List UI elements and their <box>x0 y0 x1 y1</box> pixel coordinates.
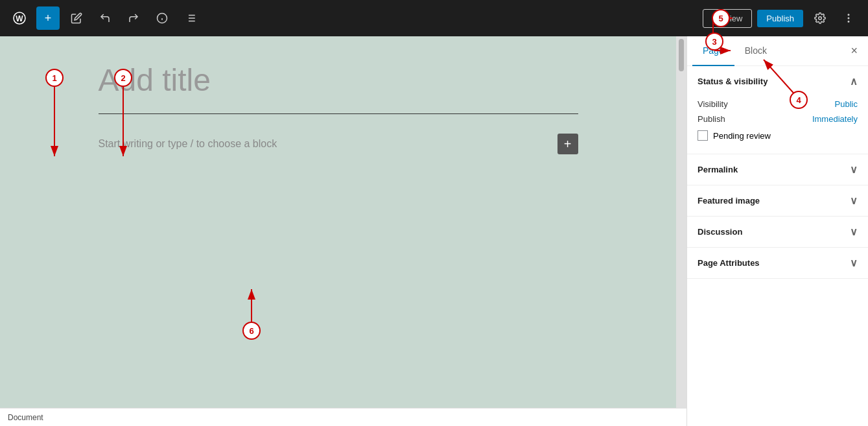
section-permalink-header[interactable]: Permalink ∨ <box>687 154 868 185</box>
chevron-down-icon-2: ∨ <box>850 195 858 207</box>
preview-button[interactable]: Preview <box>703 9 752 28</box>
visibility-label: Visibility <box>698 99 728 109</box>
block-placeholder-text: Start writing or type / to choose a bloc… <box>99 138 277 150</box>
toolbar-right: Preview Publish <box>703 6 860 30</box>
undo-button[interactable] <box>93 6 117 30</box>
main-layout: Add title Start writing or type / to cho… <box>0 36 868 426</box>
svg-point-12 <box>848 14 849 16</box>
chevron-down-icon-4: ∨ <box>850 257 858 269</box>
more-options-button[interactable] <box>837 6 860 30</box>
chevron-down-icon-3: ∨ <box>850 226 858 238</box>
svg-point-11 <box>819 17 822 20</box>
chevron-up-icon: ∧ <box>850 75 858 88</box>
pending-review-label: Pending review <box>713 131 771 141</box>
add-block-button[interactable]: + <box>36 6 60 30</box>
info-button[interactable] <box>150 6 174 30</box>
redo-button[interactable] <box>122 6 145 30</box>
visibility-row: Visibility Public <box>698 97 858 112</box>
settings-button[interactable] <box>808 6 832 30</box>
title-divider <box>99 113 578 114</box>
pending-review-checkbox[interactable] <box>698 130 708 141</box>
visibility-value[interactable]: Public <box>835 99 858 109</box>
publish-button[interactable]: Publish <box>757 10 803 27</box>
block-placeholder-area: Start writing or type / to choose a bloc… <box>99 134 578 154</box>
svg-point-13 <box>848 18 849 19</box>
status-bar: Document <box>0 408 686 426</box>
scrollbar-track[interactable] <box>676 36 686 426</box>
tab-block[interactable]: Block <box>734 36 777 66</box>
section-featured-image: Featured image ∨ <box>687 185 868 217</box>
sidebar: Page Block × Status & visibility ∧ Visib… <box>686 36 868 426</box>
tab-page[interactable]: Page <box>692 36 734 66</box>
publish-label: Publish <box>698 114 725 124</box>
status-text: Document <box>8 413 43 422</box>
svg-text:W: W <box>16 14 23 23</box>
section-permalink: Permalink ∨ <box>687 154 868 185</box>
section-discussion-header[interactable]: Discussion ∨ <box>687 217 868 247</box>
toolbar: W + <box>0 0 868 36</box>
svg-point-14 <box>848 21 849 23</box>
chevron-down-icon: ∨ <box>850 163 858 176</box>
scrollbar-thumb[interactable] <box>679 39 684 71</box>
section-page-attributes-header[interactable]: Page Attributes ∨ <box>687 248 868 278</box>
publish-value[interactable]: Immediately <box>812 114 858 124</box>
section-page-attributes: Page Attributes ∨ <box>687 248 868 279</box>
inline-add-block-button[interactable]: + <box>557 134 578 154</box>
sidebar-close-button[interactable]: × <box>845 41 863 60</box>
edit-tool-button[interactable] <box>65 6 88 30</box>
wp-logo: W <box>8 6 31 30</box>
sidebar-tabs: Page Block × <box>687 36 868 66</box>
section-discussion: Discussion ∨ <box>687 217 868 248</box>
list-view-button[interactable] <box>179 6 202 30</box>
section-featured-image-header[interactable]: Featured image ∨ <box>687 185 868 216</box>
pending-review-row: Pending review <box>698 126 858 145</box>
editor-content: Add title Start writing or type / to cho… <box>60 36 617 426</box>
title-placeholder[interactable]: Add title <box>99 62 578 98</box>
publish-row: Publish Immediately <box>698 112 858 126</box>
section-status-visibility: Status & visibility ∧ Visibility Public … <box>687 66 868 154</box>
section-status-content: Visibility Public Publish Immediately Pe… <box>687 97 868 154</box>
section-status-header[interactable]: Status & visibility ∧ <box>687 66 868 97</box>
editor-area[interactable]: Add title Start writing or type / to cho… <box>0 36 686 426</box>
